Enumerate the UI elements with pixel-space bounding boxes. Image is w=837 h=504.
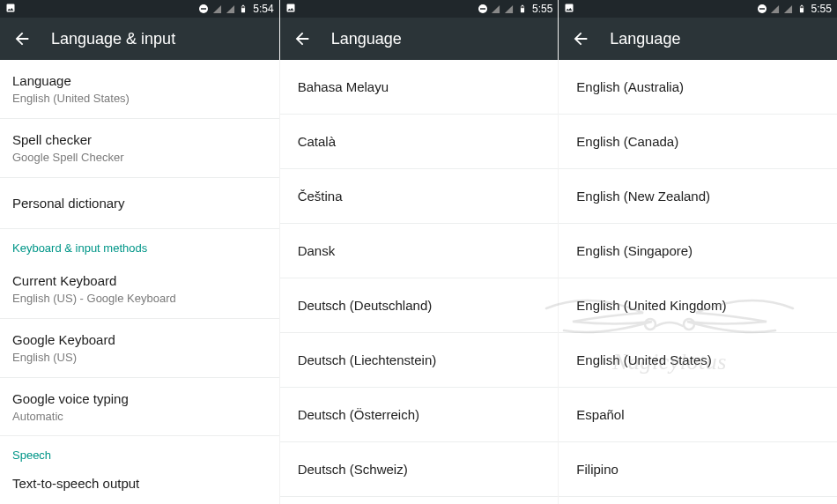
list-item[interactable]: Filipino <box>559 442 837 497</box>
section-header-keyboard: Keyboard & input methods <box>0 229 279 260</box>
image-icon <box>564 3 574 13</box>
statusbar: 5:54 <box>0 0 279 18</box>
list-item-spellchecker[interactable]: Spell checker Google Spell Checker <box>0 119 279 178</box>
list-item-title: Čeština <box>298 187 541 205</box>
image-icon <box>285 3 296 13</box>
signal-icon-2 <box>504 4 515 14</box>
appbar: Language <box>280 18 559 60</box>
status-time: 5:54 <box>251 3 275 15</box>
list-item-subtitle: Google Spell Checker <box>12 151 267 166</box>
list-item[interactable]: Français (Belgique) <box>559 497 837 504</box>
list-item[interactable]: Deutsch (Liechtenstein) <box>280 333 559 388</box>
status-time: 5:55 <box>530 3 554 15</box>
list-item-title: Deutsch (Liechtenstein) <box>298 351 541 369</box>
list-item[interactable]: Deutsch (Deutschland) <box>280 278 559 333</box>
appbar-title: Language <box>331 30 402 48</box>
list-item[interactable]: English (United States) <box>559 333 837 388</box>
list-item[interactable]: Deutsch (Schweiz) <box>280 442 559 497</box>
list-item-subtitle: English (US) - Google Keyboard <box>12 292 267 307</box>
list-item-title: English (Australia) <box>576 78 819 96</box>
statusbar: 5:55 <box>280 0 559 18</box>
back-button[interactable] <box>293 29 312 48</box>
dnd-icon <box>198 4 209 14</box>
list-item-title: Deutsch (Deutschland) <box>298 296 541 315</box>
list-item-title: Language <box>12 71 267 90</box>
appbar-title: Language & input <box>51 30 175 48</box>
section-header-speech: Speech <box>0 436 279 467</box>
status-time: 5:55 <box>810 3 833 15</box>
screen-language-list-1: 5:55 Language Bahasa Melayu Català Češti… <box>279 0 559 504</box>
list-item[interactable]: English (New Zealand) <box>559 169 837 224</box>
list-item[interactable]: Español <box>559 388 837 442</box>
battery-icon <box>238 4 248 14</box>
list-item-title: English (Canada) <box>576 132 819 151</box>
settings-list[interactable]: Language English (United States) Spell c… <box>0 60 279 504</box>
screen-language-list-2: 5:55 Language English (Australia) Englis… <box>558 0 837 504</box>
appbar-title: Language <box>610 30 680 48</box>
list-item-title: English (United States) <box>576 351 819 369</box>
signal-icon <box>770 4 781 14</box>
list-item-title: Text-to-speech output <box>12 474 267 493</box>
svg-rect-5 <box>521 6 523 8</box>
list-item-subtitle: Automatic <box>12 410 267 425</box>
list-item-personal-dictionary[interactable]: Personal dictionary <box>0 178 279 229</box>
back-button[interactable] <box>571 29 590 48</box>
list-item[interactable]: English (Australia) <box>559 60 837 115</box>
list-item-tts[interactable]: Text-to-speech output <box>0 467 279 504</box>
list-item-title: English (United Kingdom) <box>576 296 819 315</box>
svg-rect-4 <box>480 8 485 10</box>
dnd-icon <box>478 4 488 14</box>
signal-icon-2 <box>225 4 235 14</box>
list-item[interactable]: English (United Kingdom) <box>559 278 837 333</box>
language-list[interactable]: English (Australia) English (Canada) Eng… <box>559 60 837 504</box>
list-item-title: Bahasa Melayu <box>298 78 541 96</box>
list-item[interactable]: Čeština <box>280 169 559 224</box>
list-item-current-keyboard[interactable]: Current Keyboard English (US) - Google K… <box>0 260 279 318</box>
signal-icon-2 <box>783 4 794 14</box>
language-list[interactable]: Bahasa Melayu Català Čeština Dansk Deuts… <box>280 60 559 504</box>
battery-icon <box>517 4 528 14</box>
list-item-title: Deutsch (Schweiz) <box>298 460 541 478</box>
svg-rect-1 <box>201 8 206 10</box>
battery-icon <box>796 4 807 14</box>
list-item-title: English (New Zealand) <box>576 187 819 205</box>
list-item-title: Spell checker <box>12 130 267 149</box>
svg-rect-7 <box>759 8 765 10</box>
list-item-title: Personal dictionary <box>12 194 267 212</box>
list-item-title: Current Keyboard <box>12 271 267 290</box>
list-item[interactable]: Bahasa Melayu <box>280 60 559 115</box>
signal-icon <box>211 4 222 14</box>
list-item[interactable]: English (Australia) <box>280 497 559 504</box>
list-item-google-keyboard[interactable]: Google Keyboard English (US) <box>0 318 279 378</box>
list-item[interactable]: Dansk <box>280 224 559 278</box>
list-item-title: Google voice typing <box>12 389 267 408</box>
list-item-subtitle: English (US) <box>12 351 267 366</box>
list-item-title: Filipino <box>576 460 819 478</box>
back-button[interactable] <box>12 29 32 48</box>
list-item-title: English (Singapore) <box>576 241 819 260</box>
list-item-subtitle: English (United States) <box>12 92 267 107</box>
list-item-title: Dansk <box>298 241 541 260</box>
dnd-icon <box>757 4 767 14</box>
list-item[interactable]: English (Singapore) <box>559 224 837 278</box>
list-item-language[interactable]: Language English (United States) <box>0 60 279 119</box>
list-item-title: Español <box>576 405 819 424</box>
list-item-voice-typing[interactable]: Google voice typing Automatic <box>0 378 279 437</box>
svg-rect-8 <box>800 6 803 8</box>
image-icon <box>5 3 16 13</box>
list-item-title: Català <box>298 132 541 151</box>
list-item-title: Deutsch (Österreich) <box>298 405 541 424</box>
signal-icon <box>491 4 501 14</box>
list-item[interactable]: Català <box>280 115 559 169</box>
statusbar: 5:55 <box>559 0 837 18</box>
list-item[interactable]: English (Canada) <box>559 115 837 169</box>
list-item[interactable]: Deutsch (Österreich) <box>280 388 559 442</box>
list-item-title: Google Keyboard <box>12 330 267 349</box>
appbar: Language & input <box>0 18 279 60</box>
screen-language-input: 5:54 Language & input Language English (… <box>0 0 279 504</box>
appbar: Language <box>559 18 837 60</box>
svg-rect-2 <box>242 6 245 8</box>
